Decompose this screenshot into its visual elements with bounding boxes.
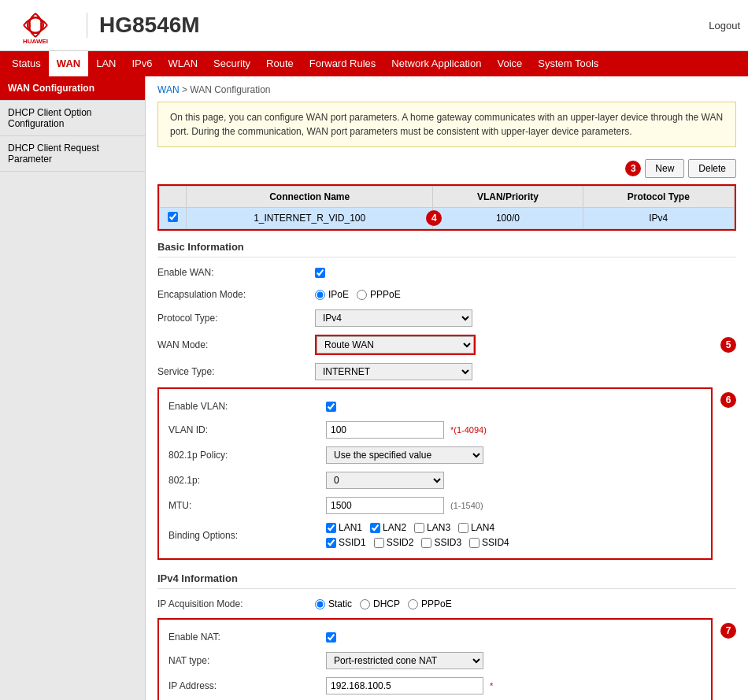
- breadcrumb: WAN > WAN Configuration: [157, 84, 736, 95]
- encapsulation-ipoe-radio[interactable]: [315, 290, 325, 300]
- sidebar: WAN Configuration DHCP Client Option Con…: [0, 76, 146, 700]
- wan-mode-select[interactable]: Route WAN Bridge WAN: [317, 336, 474, 354]
- col-vlan-priority: VLAN/Priority: [433, 187, 583, 208]
- enable-vlan-label: Enable VLAN:: [168, 401, 326, 412]
- lan1-label[interactable]: LAN1: [326, 522, 362, 533]
- enable-wan-checkbox[interactable]: [315, 268, 325, 278]
- wan-mode-label: WAN Mode:: [157, 339, 315, 350]
- nav-system-tools[interactable]: System Tools: [530, 51, 606, 76]
- ipv4-section-title: IPv4 Information: [157, 566, 736, 589]
- policy-802-1p-row: 802.1p Policy: Use the specified value C…: [168, 443, 702, 468]
- enable-nat-checkbox[interactable]: [326, 632, 336, 643]
- ip-address-input[interactable]: [326, 677, 483, 694]
- content-area: WAN > WAN Configuration On this page, yo…: [146, 76, 748, 700]
- lan4-label[interactable]: LAN4: [458, 522, 494, 533]
- lan3-label[interactable]: LAN3: [414, 522, 450, 533]
- row-vlan-priority: 100/0: [433, 208, 583, 229]
- service-type-select[interactable]: INTERNET: [315, 363, 472, 380]
- ip-acq-control: Static DHCP PPPoE: [315, 598, 452, 609]
- enable-nat-control: [326, 632, 336, 643]
- nav-wlan[interactable]: WLAN: [161, 51, 206, 76]
- policy-802-1p-select[interactable]: Use the specified value Copy inner-tagge…: [326, 446, 483, 464]
- info-text: On this page, you can configure WAN port…: [170, 112, 723, 137]
- encapsulation-ipoe[interactable]: IPoE: [315, 289, 349, 300]
- new-button[interactable]: New: [645, 159, 684, 178]
- nav-route[interactable]: Route: [258, 51, 302, 76]
- ip-acq-pppoe[interactable]: PPPoE: [408, 598, 452, 609]
- ssid1-checkbox[interactable]: [326, 538, 336, 548]
- connection-table: Connection Name VLAN/Priority Protocol T…: [159, 186, 735, 229]
- badge-6: 6: [720, 392, 736, 408]
- ssid-checkboxes: SSID1 SSID2 SSID3 SSID4: [326, 537, 509, 548]
- ssid2-checkbox[interactable]: [374, 538, 384, 548]
- mtu-row: MTU: (1-1540): [168, 493, 702, 518]
- ip-acq-static-radio[interactable]: [315, 599, 325, 609]
- ip-acq-pppoe-radio[interactable]: [408, 599, 418, 609]
- ssid4-label[interactable]: SSID4: [469, 537, 509, 548]
- ssid4-checkbox[interactable]: [469, 538, 480, 548]
- logout-button[interactable]: Logout: [709, 20, 740, 31]
- enable-vlan-checkbox[interactable]: [326, 402, 336, 412]
- nav-lan[interactable]: LAN: [88, 51, 124, 76]
- nav-forward-rules[interactable]: Forward Rules: [302, 51, 384, 76]
- sidebar-item-dhcp-option[interactable]: DHCP Client Option Configuration: [0, 101, 145, 136]
- nav-wan[interactable]: WAN: [49, 51, 88, 76]
- ip-address-hint: *: [490, 681, 493, 691]
- protocol-type-control: IPv4: [315, 309, 472, 327]
- ssid3-label[interactable]: SSID3: [421, 537, 461, 548]
- nav-network-application[interactable]: Network Application: [383, 51, 489, 76]
- row-protocol-type: IPv4: [583, 208, 734, 229]
- binding-control: LAN1 LAN2 LAN3 LAN4 SSID1 SSID2 SSID3 SS…: [326, 522, 509, 548]
- svg-text:HUAWEI: HUAWEI: [23, 38, 48, 45]
- vlan-section: Enable VLAN: VLAN ID: *(1-4094) 802.1p P…: [157, 387, 713, 560]
- lan2-label[interactable]: LAN2: [370, 522, 406, 533]
- protocol-type-select[interactable]: IPv4: [315, 309, 472, 327]
- ip-acq-row: IP Acquisition Mode: Static DHCP PPPoE: [157, 593, 736, 615]
- encapsulation-pppoe[interactable]: PPPoE: [357, 289, 401, 300]
- sidebar-item-dhcp-request[interactable]: DHCP Client Request Parameter: [0, 136, 145, 172]
- ip-acq-static[interactable]: Static: [315, 598, 352, 609]
- row-checkbox[interactable]: [168, 212, 178, 222]
- encapsulation-pppoe-radio[interactable]: [357, 290, 367, 300]
- nav-voice[interactable]: Voice: [489, 51, 530, 76]
- enable-vlan-row: Enable VLAN:: [168, 395, 702, 417]
- badge-3: 3: [625, 161, 641, 176]
- vlan-id-input[interactable]: [326, 421, 444, 439]
- value-802-1p-select[interactable]: 0 1 2 3 4 5 6 7: [326, 472, 444, 489]
- wan-mode-wrapper: WAN Mode: Route WAN Bridge WAN 5: [157, 331, 736, 359]
- delete-button[interactable]: Delete: [688, 159, 736, 178]
- enable-wan-control: [315, 268, 325, 278]
- wan-mode-border: Route WAN Bridge WAN: [315, 335, 476, 355]
- breadcrumb-parent[interactable]: WAN: [157, 84, 180, 95]
- row-connection-name[interactable]: 1_INTERNET_R_VID_100 4: [187, 208, 433, 229]
- encapsulation-label: Encapsulation Mode:: [157, 289, 315, 300]
- badge-4: 4: [426, 210, 442, 226]
- vlan-id-control: *(1-4094): [326, 421, 487, 439]
- ssid2-label[interactable]: SSID2: [374, 537, 414, 548]
- nat-type-select[interactable]: Port-restricted cone NAT Full cone NAT A…: [326, 652, 483, 669]
- lan2-checkbox[interactable]: [370, 523, 380, 533]
- lan3-checkbox[interactable]: [414, 523, 424, 533]
- row-checkbox-cell[interactable]: [160, 208, 187, 229]
- enable-nat-row: Enable NAT:: [168, 626, 702, 648]
- nat-type-control: Port-restricted cone NAT Full cone NAT A…: [326, 652, 483, 669]
- lan4-checkbox[interactable]: [458, 523, 468, 533]
- ip-acq-dhcp-radio[interactable]: [360, 599, 370, 609]
- vlan-id-hint: *(1-4094): [450, 425, 487, 435]
- nav-ipv6[interactable]: IPv6: [124, 51, 161, 76]
- enable-wan-label: Enable WAN:: [157, 267, 315, 278]
- ssid3-checkbox[interactable]: [421, 538, 431, 548]
- header: HUAWEI HG8546M Logout: [0, 0, 748, 51]
- mtu-hint: (1-1540): [450, 501, 483, 510]
- sidebar-item-wan-config[interactable]: WAN Configuration: [0, 76, 145, 101]
- ip-address-label: IP Address:: [168, 680, 326, 691]
- table-row: 1_INTERNET_R_VID_100 4 100/0 IPv4: [160, 208, 735, 229]
- mtu-input[interactable]: [326, 497, 444, 514]
- lan1-checkbox[interactable]: [326, 523, 336, 533]
- nav-status[interactable]: Status: [4, 51, 49, 76]
- nat-type-row: NAT type: Port-restricted cone NAT Full …: [168, 648, 702, 673]
- enable-nat-label: Enable NAT:: [168, 631, 326, 643]
- ip-acq-dhcp[interactable]: DHCP: [360, 598, 400, 609]
- ssid1-label[interactable]: SSID1: [326, 537, 366, 548]
- nav-security[interactable]: Security: [206, 51, 258, 76]
